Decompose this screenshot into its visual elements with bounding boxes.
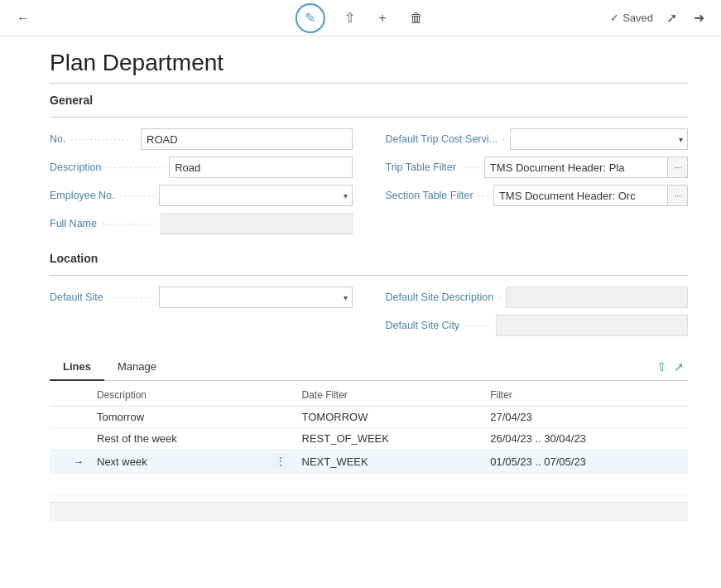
- description-label: Description ···············: [50, 161, 169, 173]
- location-divider: [50, 275, 688, 276]
- trip-table-filter-row: Trip Table Filter ····· ···: [386, 156, 689, 179]
- location-section-title: Location: [50, 252, 688, 265]
- row-indicator: [50, 450, 66, 474]
- trip-table-filter-ellipsis-button[interactable]: ···: [668, 157, 688, 178]
- row-arrow: →: [66, 450, 90, 474]
- tab-actions: ⇧ ➚: [656, 359, 688, 374]
- employee-no-select-wrap: ▾: [159, 185, 353, 206]
- edit-button[interactable]: ✎: [295, 3, 324, 33]
- default-site-city-label: Default Site City ·······: [386, 320, 496, 331]
- page-content: Plan Department General No. ············…: [0, 36, 721, 535]
- col-description-header: Description: [90, 384, 266, 407]
- table-row-empty: [50, 474, 688, 495]
- expand-icon: ➚: [666, 10, 677, 26]
- col-filter-header: Filter: [483, 384, 688, 407]
- table-row: Tomorrow TOMORROW 27/04/23: [50, 407, 688, 428]
- section-table-filter-row: Section Table Filter ··· ···: [386, 184, 689, 207]
- trip-table-filter-input-wrap: ···: [484, 157, 688, 178]
- row-filter: 26/04/23 .. 30/04/23: [483, 428, 688, 450]
- expand-icon: ➚: [674, 359, 685, 374]
- fullscreen-icon: ➜: [694, 10, 704, 26]
- no-label: No. ···············: [50, 133, 141, 145]
- full-name-label: Full Name ··············: [50, 218, 161, 229]
- spacer: [386, 212, 689, 235]
- employee-no-row: Employee No. ········· ▾: [50, 184, 353, 207]
- trip-table-filter-input[interactable]: [484, 157, 668, 178]
- default-site-city-input: [496, 315, 688, 336]
- default-trip-cost-row: Default Trip Cost Servi... · ▾: [386, 128, 689, 151]
- tab-expand-button[interactable]: ➚: [674, 359, 685, 374]
- row-date-filter: TOMORROW: [296, 407, 484, 428]
- empty-cell: [266, 474, 296, 495]
- toolbar-center-actions: ✎ ⇧ + 🗑: [295, 3, 425, 33]
- title-divider: [50, 83, 688, 84]
- section-table-filter-input[interactable]: [493, 185, 668, 206]
- default-trip-cost-select-wrap: ▾: [510, 128, 688, 150]
- delete-button[interactable]: 🗑: [406, 7, 426, 29]
- lines-table: Description Date Filter Filter Tomorrow …: [50, 384, 688, 495]
- saved-label: Saved: [622, 12, 653, 24]
- add-icon: +: [378, 11, 386, 26]
- row-arrow: [66, 428, 90, 450]
- row-filter: 27/04/23: [483, 407, 688, 428]
- full-name-row: Full Name ··············: [50, 212, 353, 235]
- description-field-row: Description ···············: [50, 156, 353, 179]
- add-button[interactable]: +: [375, 7, 389, 29]
- general-form: No. ··············· Default Trip Cost Se…: [50, 128, 688, 235]
- default-site-row: Default Site ············ ▾: [50, 286, 353, 309]
- page-title: Plan Department: [50, 50, 688, 76]
- tab-lines[interactable]: Lines: [50, 354, 104, 381]
- col-indicator: [50, 384, 66, 407]
- row-action-cell: [266, 407, 296, 428]
- row-indicator: [50, 407, 66, 428]
- row-action-cell: [266, 428, 296, 450]
- empty-cell: [483, 474, 688, 495]
- empty-cell: [50, 474, 66, 495]
- row-date-filter: REST_OF_WEEK: [296, 428, 484, 450]
- row-indicator: [50, 428, 66, 450]
- delete-icon: 🗑: [410, 11, 423, 26]
- table-body: Tomorrow TOMORROW 27/04/23 Rest of the w…: [50, 407, 688, 495]
- table-row: Rest of the week REST_OF_WEEK 26/04/23 .…: [50, 428, 688, 450]
- tabs-container: Lines Manage ⇧ ➚: [50, 354, 688, 381]
- row-arrow: [66, 407, 90, 428]
- location-form: Default Site ············ ▾ Default Site…: [50, 286, 688, 337]
- default-site-desc-input: [506, 287, 688, 308]
- section-table-filter-label: Section Table Filter ···: [386, 190, 493, 201]
- empty-cell: [296, 474, 484, 495]
- fullscreen-button[interactable]: ➜: [690, 7, 708, 29]
- table-row-active: → Next week ⋮ NEXT_WEEK 01/05/23 .. 07/0…: [50, 450, 688, 474]
- default-trip-cost-select[interactable]: [510, 128, 688, 150]
- tab-share-button[interactable]: ⇧: [656, 359, 667, 374]
- row-context-menu-button[interactable]: ⋮: [272, 454, 289, 469]
- employee-no-select[interactable]: [159, 185, 353, 206]
- bottom-bar: [50, 502, 688, 522]
- expand-button[interactable]: ➚: [663, 7, 680, 29]
- row-action-cell[interactable]: ⋮: [266, 450, 296, 474]
- no-field-row: No. ···············: [50, 128, 353, 151]
- description-input[interactable]: [169, 157, 352, 178]
- row-date-filter: NEXT_WEEK: [296, 450, 484, 474]
- toolbar: ← ✎ ⇧ + 🗑 ✓ Saved ➚ ➜: [0, 0, 721, 36]
- col-action: [266, 384, 296, 407]
- row-description[interactable]: Rest of the week: [90, 428, 266, 450]
- back-button[interactable]: ←: [13, 7, 33, 29]
- default-site-select-wrap: ▾: [159, 287, 353, 308]
- default-site-select[interactable]: [159, 287, 353, 308]
- tab-manage[interactable]: Manage: [104, 354, 170, 381]
- row-description[interactable]: Next week: [90, 450, 266, 474]
- full-name-input: [161, 213, 353, 234]
- general-divider: [50, 117, 688, 118]
- table-header: Description Date Filter Filter: [50, 384, 688, 407]
- no-input[interactable]: [141, 128, 353, 150]
- share-button[interactable]: ⇧: [341, 7, 358, 29]
- row-filter: 01/05/23 .. 07/05/23: [483, 450, 688, 474]
- col-arrow: [66, 384, 90, 407]
- row-description[interactable]: Tomorrow: [90, 407, 266, 428]
- share-icon: ⇧: [656, 359, 667, 374]
- section-table-filter-ellipsis-button[interactable]: ···: [668, 185, 688, 206]
- spacer2: [50, 314, 353, 337]
- default-site-label: Default Site ············: [50, 292, 159, 303]
- default-site-city-row: Default Site City ·······: [386, 314, 689, 337]
- employee-no-label: Employee No. ·········: [50, 190, 159, 201]
